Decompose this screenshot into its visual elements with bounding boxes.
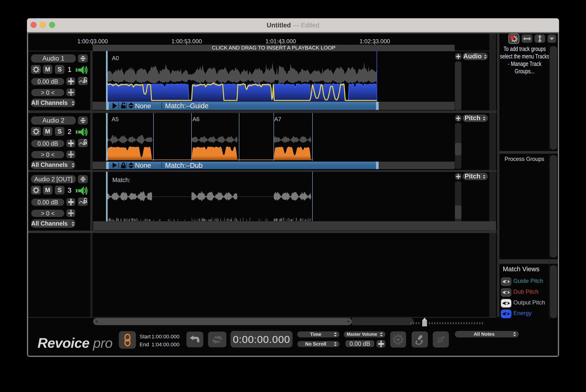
svg-text:x: x <box>421 339 423 344</box>
